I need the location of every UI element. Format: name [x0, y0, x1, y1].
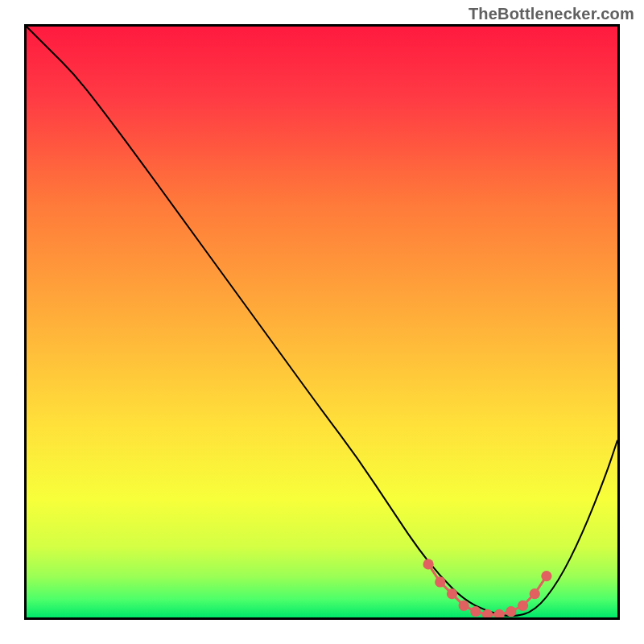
chart-canvas: TheBottlenecker.com [0, 0, 644, 644]
curve-layer [27, 27, 617, 617]
svg-point-4 [459, 601, 469, 611]
watermark-label: TheBottlenecker.com [469, 5, 634, 23]
svg-point-3 [447, 588, 457, 599]
svg-point-8 [506, 606, 516, 617]
svg-point-5 [470, 606, 481, 617]
svg-point-11 [541, 571, 551, 581]
svg-point-10 [530, 588, 540, 599]
svg-point-7 [494, 609, 505, 617]
svg-point-1 [423, 559, 434, 569]
svg-point-6 [482, 609, 493, 617]
bottleneck-curve [27, 27, 617, 616]
plot-area [24, 24, 620, 620]
optimal-markers [423, 559, 552, 617]
svg-point-2 [435, 576, 445, 587]
svg-point-9 [518, 601, 528, 611]
